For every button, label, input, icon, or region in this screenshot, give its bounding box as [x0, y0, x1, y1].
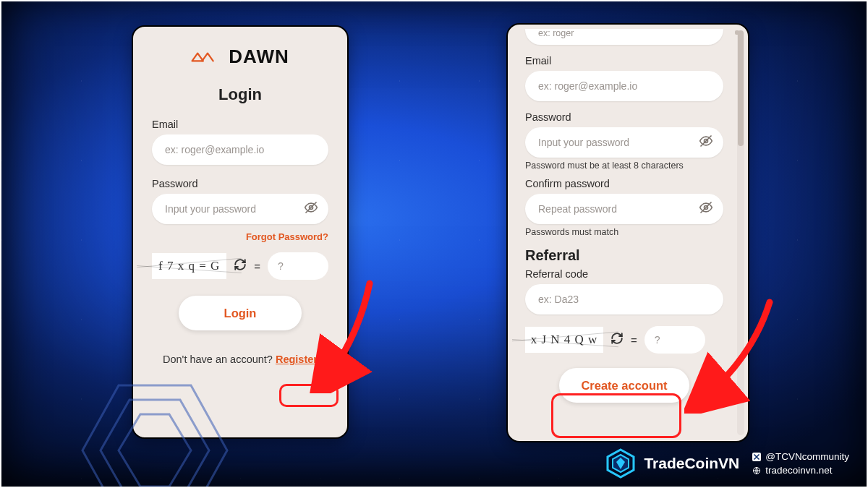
tradecoinvn-logo-icon: [605, 448, 637, 479]
create-account-button[interactable]: Create account: [559, 368, 689, 403]
brand-logo: DAWN: [152, 46, 328, 68]
referral-label: Referral code: [525, 268, 723, 280]
captcha-input[interactable]: [268, 252, 328, 280]
register-link[interactable]: Register: [276, 354, 318, 365]
email-field[interactable]: [525, 71, 723, 101]
captcha-image: x J N 4 Q w: [525, 327, 603, 353]
scrollbar[interactable]: [737, 30, 744, 435]
confirm-hint: Passwords must match: [525, 227, 723, 237]
signup-prompt: Don't have an account? Register: [152, 354, 328, 365]
confirm-password-label: Confirm password: [525, 178, 723, 189]
decorative-hex-icon: [75, 378, 234, 488]
eye-off-icon[interactable]: [304, 200, 318, 218]
globe-icon: [752, 466, 761, 475]
signup-card: ex: roger Email Password Password must b…: [506, 23, 749, 442]
dawn-mark-icon: [191, 48, 224, 67]
name-field-peek: ex: roger: [525, 29, 723, 45]
equals-sign: =: [254, 260, 260, 273]
referral-field[interactable]: [525, 284, 723, 314]
captcha-row: x J N 4 Q w =: [525, 326, 723, 354]
login-card: DAWN Login Email Password Forgot Passwor…: [132, 25, 349, 439]
captcha-image: f 7 x q = G: [152, 253, 226, 279]
password-label: Password: [152, 178, 328, 189]
footer-brand-text: TradeCoinVN: [644, 455, 739, 472]
brand-name: DAWN: [229, 46, 289, 68]
password-label: Password: [525, 111, 723, 123]
twitter-handle: @TCVNcommunity: [752, 451, 849, 462]
login-button[interactable]: Login: [179, 296, 302, 330]
email-label: Email: [152, 119, 328, 130]
eye-off-icon[interactable]: [699, 134, 713, 151]
password-hint: Password must be at least 8 characters: [525, 160, 723, 171]
equals-sign: =: [631, 334, 637, 346]
x-icon: [752, 453, 761, 461]
password-field[interactable]: [152, 194, 328, 224]
website-url: tradecoinvn.net: [752, 465, 849, 476]
captcha-row: f 7 x q = G =: [152, 252, 328, 280]
footer-brand: TradeCoinVN: [605, 448, 739, 479]
confirm-password-field[interactable]: [525, 194, 723, 224]
captcha-input[interactable]: [644, 326, 705, 354]
forgot-password-link[interactable]: Forgot Password?: [152, 231, 328, 242]
password-field[interactable]: [525, 127, 723, 158]
login-title: Login: [152, 85, 328, 104]
footer: TradeCoinVN @TCVNcommunity tradecoinvn.n…: [605, 448, 849, 479]
referral-section-title: Referral: [525, 247, 723, 264]
refresh-icon[interactable]: [610, 332, 624, 348]
email-label: Email: [525, 55, 723, 67]
eye-off-icon[interactable]: [699, 200, 713, 218]
email-field[interactable]: [152, 134, 328, 165]
